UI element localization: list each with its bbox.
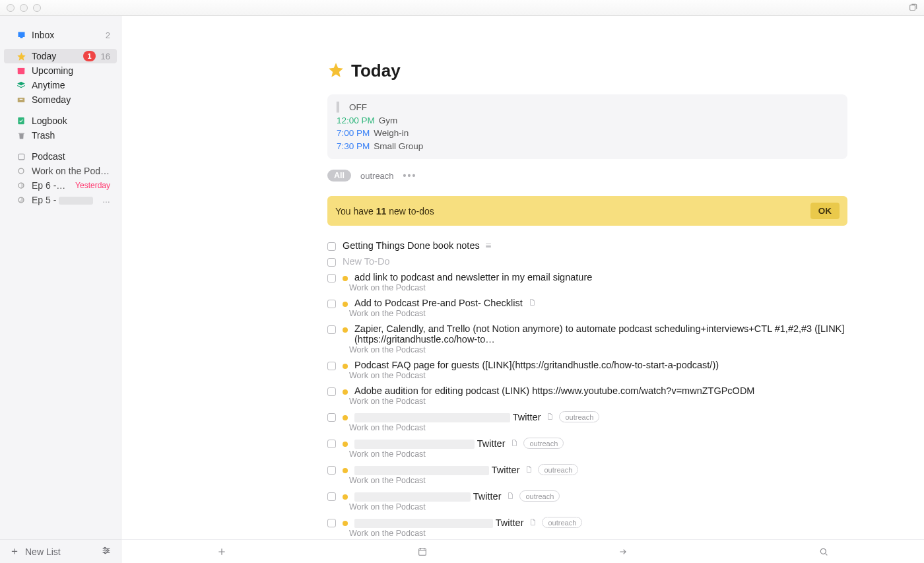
sidebar-label: Today <box>32 51 83 61</box>
sidebar-area-podcast[interactable]: Podcast <box>4 149 117 164</box>
todo-item[interactable]: TwitteroutreachWork on the Podcast <box>327 488 847 514</box>
zoom-window-button[interactable] <box>33 4 41 12</box>
sched-off: OFF <box>349 101 367 114</box>
filter-all[interactable]: All <box>327 170 351 182</box>
sched-label: Gym <box>379 114 398 127</box>
sidebar-label: Inbox <box>32 30 103 40</box>
todo-tag[interactable]: outreach <box>538 464 578 475</box>
project-progress-icon <box>16 182 26 189</box>
todo-checkbox[interactable] <box>327 387 336 396</box>
multiwindow-icon[interactable] <box>908 3 917 13</box>
todo-checkbox[interactable] <box>327 300 336 308</box>
todo-item[interactable]: Add to Podcast Pre-and Post- ChecklistWo… <box>327 295 847 321</box>
sched-time: 7:00 PM <box>337 127 370 140</box>
todo-item[interactable]: TwitteroutreachWork on the Podcast <box>327 409 847 435</box>
svg-rect-0 <box>910 5 915 10</box>
svg-point-11 <box>104 547 106 549</box>
sidebar-item-inbox[interactable]: Inbox 2 <box>4 28 117 42</box>
today-dot-icon <box>343 276 348 281</box>
sidebar-label: Anytime <box>32 80 110 90</box>
todo-title: Add to Podcast Pre-and Post- Checklist <box>354 298 523 308</box>
search-button[interactable] <box>817 546 830 557</box>
svg-rect-3 <box>18 68 25 69</box>
close-window-button[interactable] <box>7 4 15 12</box>
move-button[interactable] <box>616 546 630 557</box>
todo-checkbox[interactable] <box>327 325 336 334</box>
sidebar-label: Logbook <box>32 116 110 126</box>
filter-tag[interactable]: outreach <box>360 171 394 181</box>
sidebar-item-today[interactable]: Today 1 16 <box>4 49 117 63</box>
todo-checkbox[interactable] <box>327 492 336 501</box>
todo-item[interactable]: TwitteroutreachWork on the Podcast <box>327 461 847 488</box>
todo-checkbox[interactable] <box>327 362 336 370</box>
banner-ok-button[interactable]: OK <box>810 203 840 219</box>
note-icon <box>546 412 554 422</box>
sched-label: Small Group <box>374 140 423 153</box>
page-title-row: Today <box>327 61 847 81</box>
content-scroll[interactable]: Today ▍OFF 12:00 PM Gym7:00 PM Weigh-in7… <box>121 16 924 539</box>
todo-project: Work on the Podcast <box>349 449 847 459</box>
todo-checkbox[interactable] <box>327 519 336 527</box>
sidebar-project-work[interactable]: Work on the Podc… <box>4 164 117 178</box>
todo-title: Twitter <box>354 465 519 475</box>
svg-rect-5 <box>20 99 23 100</box>
todo-project: Work on the Podcast <box>349 345 847 354</box>
svg-rect-4 <box>18 98 25 102</box>
sidebar-project-ep5[interactable]: Ep 5 - … <box>4 193 117 207</box>
drawer-icon <box>16 95 26 104</box>
todo-project: Work on the Podcast <box>349 476 847 485</box>
todo-title: Zapier, Calendly, and Trello (not Notion… <box>354 323 847 345</box>
todo-item[interactable]: Podcast FAQ page for guests ([LINK](http… <box>327 357 847 383</box>
todo-tag[interactable]: outreach <box>559 411 599 422</box>
filter-row: All outreach ••• <box>327 170 847 182</box>
inbox-icon <box>16 30 26 40</box>
sidebar-item-logbook[interactable]: Logbook <box>4 114 117 128</box>
today-dot-icon <box>343 389 348 395</box>
minimize-window-button[interactable] <box>20 4 28 12</box>
todo-item[interactable]: Getting Things Done book notes≣ <box>327 238 847 253</box>
sched-time: 12:00 PM <box>337 114 375 127</box>
settings-icon[interactable] <box>101 545 112 558</box>
todo-checkbox[interactable] <box>327 274 336 282</box>
todo-item[interactable]: Zapier, Calendly, and Trello (not Notion… <box>327 321 847 357</box>
todo-item[interactable]: Adobe audition for editing podcast (LINK… <box>327 383 847 409</box>
note-icon <box>528 298 536 308</box>
svg-point-12 <box>107 550 109 552</box>
sidebar-label: Upcoming <box>32 65 110 76</box>
more-filters-icon[interactable]: ••• <box>403 170 417 181</box>
sidebar-label: Podcast <box>32 151 110 162</box>
todo-item[interactable]: New To-Do <box>327 253 847 269</box>
todo-tag[interactable]: outreach <box>519 490 560 502</box>
todo-checkbox[interactable] <box>327 242 336 251</box>
todo-tag[interactable]: outreach <box>542 517 582 528</box>
todo-checkbox[interactable] <box>327 413 336 422</box>
new-todo-button[interactable] <box>215 546 228 557</box>
sidebar-count: 2 <box>106 30 110 40</box>
todo-tag[interactable]: outreach <box>523 438 564 449</box>
sidebar-item-someday[interactable]: Someday <box>4 92 117 107</box>
todo-checkbox[interactable] <box>327 258 336 267</box>
project-progress-icon <box>16 196 26 204</box>
todo-item[interactable]: TwitteroutreachWork on the Podcast <box>327 514 847 539</box>
plus-icon: ＋ <box>9 545 20 558</box>
todo-item[interactable]: TwitteroutreachWork on the Podcast <box>327 435 847 461</box>
todo-project: Work on the Podcast <box>349 371 847 380</box>
schedule-card: ▍OFF 12:00 PM Gym7:00 PM Weigh-in7:30 PM… <box>327 94 847 159</box>
sidebar-label: Ep 5 - <box>32 195 102 205</box>
todo-title: Getting Things Done book notes <box>343 240 480 251</box>
sidebar-item-trash[interactable]: Trash <box>4 128 117 143</box>
todo-item[interactable]: add link to podcast and newsletter in my… <box>327 269 847 295</box>
new-list-button[interactable]: New List <box>25 546 61 557</box>
sidebar-item-upcoming[interactable]: Upcoming <box>4 63 117 78</box>
today-dot-icon <box>343 302 348 307</box>
traffic-lights <box>7 4 41 12</box>
sidebar-item-anytime[interactable]: Anytime <box>4 78 117 92</box>
sidebar-project-ep6[interactable]: Ep 6 -… Yesterday <box>4 178 117 193</box>
window-titlebar <box>0 0 924 16</box>
todo-checkbox[interactable] <box>327 466 336 475</box>
redacted-text <box>354 466 489 475</box>
schedule-button[interactable] <box>416 546 429 557</box>
todo-checkbox[interactable] <box>327 440 336 448</box>
trash-icon <box>16 131 26 140</box>
star-icon <box>16 51 26 61</box>
